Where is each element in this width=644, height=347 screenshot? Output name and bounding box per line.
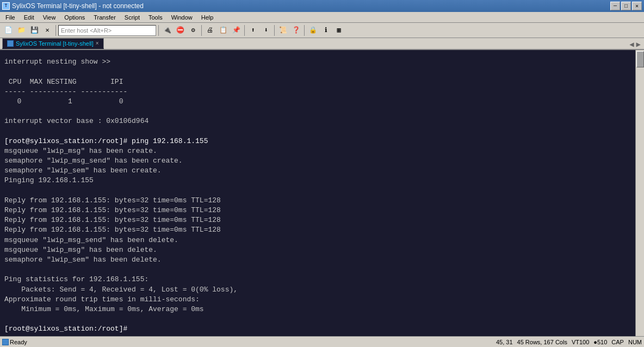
menu-edit[interactable]: Edit — [20, 13, 39, 22]
title-bar: T SylixOS Terminal [t-tiny-shell] - not … — [0, 0, 644, 12]
tab-close-button[interactable]: × — [96, 40, 99, 46]
toolbar-settings[interactable]: ⚙ — [187, 24, 199, 36]
menu-window[interactable]: Window — [167, 13, 197, 22]
toolbar-transfer-down[interactable]: ⬇ — [260, 24, 272, 36]
terminal-output[interactable]: interrupt nesting show >> CPU MAX NESTIN… — [0, 50, 635, 336]
cursor-position: 45, 31 — [496, 339, 513, 345]
toolbar-sep3 — [201, 25, 202, 36]
toolbar-sep6 — [304, 25, 305, 36]
maximize-button[interactable]: □ — [621, 2, 631, 10]
tab-next-button[interactable]: ▶ — [635, 40, 642, 49]
menu-bar: File Edit View Options Transfer Script T… — [0, 12, 644, 23]
toolbar-help[interactable]: ❓ — [290, 24, 302, 36]
menu-help[interactable]: Help — [197, 13, 218, 22]
address-input[interactable]: Enter host <Alt+R> — [58, 25, 156, 36]
toolbar-paste[interactable]: 📌 — [230, 24, 242, 36]
tab-bar: SylixOS Terminal [t-tiny-shell] × ◀ ▶ — [0, 38, 644, 50]
toolbar-new[interactable]: 📄 — [2, 24, 14, 36]
menu-transfer[interactable]: Transfer — [89, 13, 120, 22]
toolbar-x[interactable]: ✕ — [41, 24, 53, 36]
tab-icon — [7, 40, 14, 47]
toolbar-extra[interactable]: ▦ — [333, 24, 345, 36]
terminal-container: interrupt nesting show >> CPU MAX NESTIN… — [0, 50, 644, 336]
status-indicator — [2, 339, 9, 345]
window-controls: ─ □ ✕ — [610, 2, 642, 10]
tab-prev-button[interactable]: ◀ — [628, 40, 635, 49]
terminal-type: VT100 — [572, 339, 589, 345]
menu-tools[interactable]: Tools — [144, 13, 167, 22]
menu-file[interactable]: File — [1, 13, 20, 22]
toolbar-copy[interactable]: 📋 — [217, 24, 229, 36]
toolbar-sep4 — [244, 25, 245, 36]
minimize-button[interactable]: ─ — [610, 2, 620, 10]
close-button[interactable]: ✕ — [632, 2, 642, 10]
status-ready: Ready — [10, 339, 27, 345]
toolbar-open[interactable]: 📁 — [15, 24, 27, 36]
toolbar-sep2 — [158, 25, 159, 36]
vertical-scrollbar[interactable] — [635, 50, 644, 336]
toolbar-connect[interactable]: 🔌 — [161, 24, 173, 36]
toolbar-info[interactable]: ℹ — [320, 24, 332, 36]
toolbar-save[interactable]: 💾 — [28, 24, 40, 36]
terminal-tab[interactable]: SylixOS Terminal [t-tiny-shell] × — [2, 38, 104, 49]
num-indicator: NUM — [628, 339, 642, 345]
toolbar-disconnect[interactable]: ⛔ — [174, 24, 186, 36]
status-indicator-text: ●510 — [593, 339, 607, 345]
toolbar-lock[interactable]: 🔒 — [307, 24, 319, 36]
window-title: SylixOS Terminal [t-tiny-shell] - not co… — [12, 2, 144, 10]
tab-label: SylixOS Terminal [t-tiny-shell] — [16, 40, 94, 47]
toolbar-transfer-up[interactable]: ⬆ — [247, 24, 259, 36]
app-icon: T — [2, 2, 10, 10]
menu-script[interactable]: Script — [120, 13, 144, 22]
tab-navigation: ◀ ▶ — [628, 40, 644, 49]
toolbar-print[interactable]: 🖨 — [204, 24, 216, 36]
toolbar-sep5 — [274, 25, 275, 36]
cap-indicator: CAP — [611, 339, 624, 345]
menu-options[interactable]: Options — [60, 13, 89, 22]
status-bar: Ready 45, 31 45 Rows, 167 Cols VT100 ●51… — [0, 336, 644, 347]
toolbar-sep1 — [55, 25, 56, 36]
toolbar: 📄 📁 💾 ✕ Enter host <Alt+R> 🔌 ⛔ ⚙ 🖨 📋 📌 ⬆… — [0, 23, 644, 38]
menu-view[interactable]: View — [39, 13, 60, 22]
toolbar-script[interactable]: 📜 — [277, 24, 289, 36]
terminal-size: 45 Rows, 167 Cols — [517, 339, 567, 345]
